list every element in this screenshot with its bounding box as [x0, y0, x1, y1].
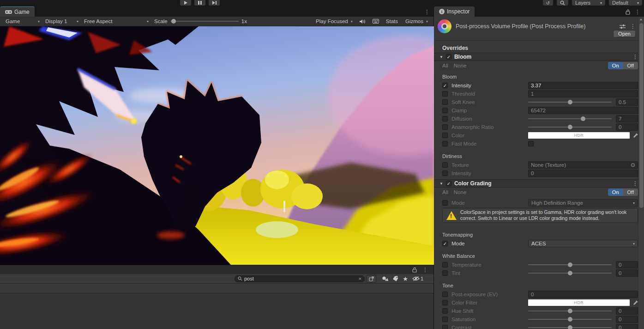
eyedropper-icon[interactable] [630, 133, 638, 138]
override-checkbox[interactable] [442, 162, 448, 168]
tab-inspector[interactable]: i Inspector [434, 6, 475, 17]
override-checkbox[interactable] [442, 200, 448, 206]
inspector-scrollbar[interactable]: ▲ [638, 17, 644, 329]
override-checkbox[interactable] [442, 141, 448, 146]
kebab-icon[interactable]: ⋮ [635, 9, 640, 15]
tonemapping-mode-dropdown[interactable]: ACES▾ [528, 240, 638, 247]
slider-knob[interactable] [581, 116, 585, 121]
bloom-enabled-checkbox[interactable] [446, 54, 451, 60]
hue-shift-value[interactable]: 0 [616, 307, 638, 315]
all-button[interactable]: All [442, 63, 448, 68]
gizmos-dropdown[interactable]: Gizmos▾ [403, 18, 431, 24]
temperature-slider[interactable] [528, 264, 612, 265]
search-input[interactable]: post × [235, 275, 365, 282]
undo-history-button[interactable]: ↺ [543, 0, 553, 6]
clear-search-icon[interactable]: × [359, 276, 361, 281]
override-checkbox[interactable] [442, 108, 448, 113]
post-exposure-field[interactable]: 0 [528, 291, 638, 298]
anamorphic-ratio-slider[interactable] [528, 127, 612, 128]
color-grading-enabled-checkbox[interactable] [446, 181, 451, 186]
scale-slider[interactable] [170, 21, 239, 22]
slider-knob[interactable] [568, 309, 572, 313]
layers-dropdown[interactable]: Layers▾ [572, 0, 605, 6]
step-button[interactable] [209, 0, 220, 6]
fast-mode-checkbox[interactable] [528, 141, 534, 146]
saturation-slider[interactable] [528, 319, 612, 320]
slider-knob[interactable] [568, 125, 572, 129]
override-checkbox[interactable] [442, 241, 448, 246]
slider-knob[interactable] [171, 19, 176, 24]
slider-knob[interactable] [568, 325, 572, 329]
grading-mode-dropdown[interactable]: High Definition Range▾ [528, 199, 638, 207]
filter-by-type-button[interactable] [380, 275, 390, 283]
slider-knob[interactable] [568, 262, 572, 267]
temperature-value[interactable]: 0 [616, 261, 638, 268]
override-checkbox[interactable] [442, 124, 448, 130]
hdr-color-swatch[interactable]: HDR [528, 132, 630, 139]
override-checkbox[interactable] [442, 292, 448, 297]
game-viewport[interactable] [0, 26, 434, 265]
scrollbar-thumb[interactable] [639, 23, 644, 208]
on-button[interactable]: On [608, 62, 623, 69]
override-checkbox[interactable] [442, 171, 448, 176]
hue-shift-slider[interactable] [528, 311, 612, 311]
kebab-icon[interactable]: ⋮ [632, 181, 638, 186]
override-checkbox[interactable] [442, 91, 448, 97]
lock-icon[interactable] [626, 9, 630, 15]
override-checkbox[interactable] [442, 325, 448, 329]
off-button[interactable]: Off [623, 62, 638, 69]
play-button[interactable] [180, 0, 191, 6]
override-checkbox[interactable] [442, 99, 448, 105]
filter-by-label-button[interactable] [390, 275, 400, 283]
tint-slider[interactable] [528, 273, 612, 274]
foldout-icon[interactable]: ▼ [439, 55, 443, 59]
project-content[interactable] [0, 293, 433, 329]
presets-icon[interactable] [620, 24, 626, 29]
tint-value[interactable]: 0 [616, 269, 638, 277]
threshold-field[interactable]: 1 [528, 90, 638, 97]
tab-game[interactable]: Game [0, 6, 35, 17]
saved-search-button[interactable]: ★ [400, 275, 410, 283]
bloom-section-header[interactable]: ▼ Bloom ⋮ [434, 53, 644, 61]
contrast-slider[interactable] [528, 327, 612, 328]
diffusion-slider[interactable] [528, 118, 612, 119]
open-button[interactable]: Open [613, 30, 636, 37]
off-button[interactable]: Off [623, 189, 638, 196]
soft-knee-value[interactable]: 0.5 [616, 98, 638, 106]
saturation-value[interactable]: 0 [616, 316, 638, 323]
override-checkbox[interactable] [442, 270, 448, 276]
mute-audio-button[interactable] [357, 19, 368, 24]
dirt-intensity-field[interactable]: 0 [528, 170, 638, 177]
override-checkbox[interactable] [442, 262, 448, 268]
soft-knee-slider[interactable] [528, 102, 612, 103]
all-button[interactable]: All [442, 189, 448, 195]
slider-knob[interactable] [568, 100, 572, 104]
kebab-icon[interactable]: ⋮ [424, 9, 430, 15]
diffusion-value[interactable]: 7 [616, 115, 638, 122]
on-button[interactable]: On [608, 189, 623, 196]
object-picker-icon[interactable]: ⊙ [631, 162, 635, 168]
texture-object-field[interactable]: None (Texture)⊙ [528, 161, 638, 169]
open-search-in-window-button[interactable] [366, 275, 376, 283]
none-button[interactable]: None [454, 63, 467, 68]
override-checkbox[interactable] [442, 83, 448, 88]
stats-button[interactable]: Stats [383, 18, 401, 24]
anamorphic-ratio-value[interactable]: 0 [616, 123, 638, 131]
play-focused-dropdown[interactable]: Play Focused▾ [313, 18, 355, 24]
scrollbar-up-arrow[interactable]: ▲ [639, 18, 643, 21]
game-target-dropdown[interactable]: Game▾ [3, 17, 42, 26]
foldout-icon[interactable]: ▼ [439, 182, 443, 186]
kebab-icon[interactable]: ⋮ [632, 54, 638, 60]
kebab-icon[interactable]: ⋮ [630, 24, 636, 29]
lock-icon[interactable] [412, 267, 417, 273]
hidden-count-toggle[interactable]: 1 [412, 276, 425, 281]
slider-knob[interactable] [568, 317, 572, 322]
layout-dropdown[interactable]: Default▾ [609, 0, 642, 6]
kebab-icon[interactable]: ⋮ [422, 267, 428, 273]
keyboard-toggle-button[interactable] [370, 19, 381, 24]
eyedropper-icon[interactable] [630, 300, 638, 305]
override-checkbox[interactable] [442, 317, 448, 322]
slider-knob[interactable] [568, 271, 572, 275]
contrast-value[interactable]: 0 [616, 324, 638, 329]
aspect-ratio-dropdown[interactable]: Free Aspect▾ [81, 17, 151, 26]
